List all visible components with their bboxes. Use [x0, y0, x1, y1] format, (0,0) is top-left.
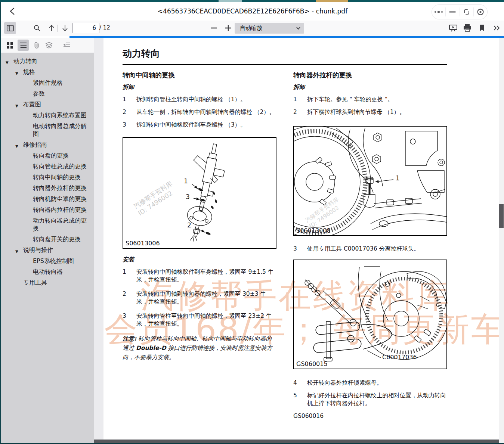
presentation-mode-button[interactable] [447, 22, 459, 34]
target-icon [476, 8, 485, 16]
horizontal-scrollbar-thumb[interactable] [94, 440, 499, 443]
outline-view-button[interactable] [18, 40, 29, 51]
outline-item-label: 转向器外拉杆的更换 [33, 184, 87, 192]
outline-item[interactable]: ▼ 紧固件规格 [1, 77, 94, 88]
outline-item[interactable]: ▼ 参数 [1, 88, 94, 99]
procedure-step: 2 安装转向中间轴到转向器的螺栓，紧固至 30±3 牛米，并检查扭矩。 [123, 290, 277, 306]
left-column: 转向中间轴的更换 拆卸 1 拆卸转向管柱至转向中间轴的螺栓 （1）。 2 从车轮… [123, 71, 277, 362]
target-button[interactable] [473, 7, 487, 16]
procedure-step: 5 标记好外拉杆在内拉杆螺纹上的相对位置，从动力转向机上拧下转向器外拉杆。 [293, 392, 448, 407]
step-number: 2 [123, 108, 136, 116]
outline-item[interactable]: ▼ 维修指南 [1, 139, 94, 150]
callout-2: 2 [187, 221, 191, 229]
outline-item-label: 参数 [33, 90, 45, 97]
expand-arrow-icon[interactable]: ▼ [6, 59, 9, 66]
outline-item[interactable]: ▼ 规格 [1, 66, 94, 77]
zoom-scale-value: 自动缩放 [240, 25, 262, 31]
outline-item[interactable]: ▼ 说明与操作 [1, 245, 94, 255]
outline-item[interactable]: ▼ 转向中间轴的更换 [1, 172, 94, 183]
step-number: 2 [123, 290, 136, 306]
outline-item-label: 电动转向器总成分解图 [33, 122, 92, 138]
procedure-step: 3 拆卸转向中间轴橡胶件到车身螺栓 （3）。 [123, 121, 277, 129]
steering-column-diagram [123, 138, 276, 248]
next-page-button[interactable] [59, 22, 71, 34]
search-icon [33, 24, 41, 32]
previous-page-button[interactable] [46, 22, 58, 34]
layers-view-button[interactable] [43, 40, 55, 51]
arrow-up-icon [48, 24, 55, 32]
document-title: <46563736CEACD0DECAD6B2E12E626F6F6B> - c… [1, 2, 504, 21]
figure-label: S06013006 [126, 240, 160, 247]
outline-item-label: 动力转向系统布置图 [33, 111, 87, 119]
expand-arrow-icon[interactable]: ▼ [15, 248, 18, 255]
thumbnails-view-button[interactable] [4, 40, 15, 51]
outline-item[interactable]: ▼ 电动转向器 [1, 266, 94, 277]
outline-item[interactable]: ▼ 动力转向 [1, 56, 94, 66]
zoom-out-button[interactable] [208, 22, 220, 34]
current-outline-item-icon [63, 42, 70, 48]
print-button[interactable] [461, 22, 473, 34]
presentation-icon [449, 24, 457, 32]
find-button[interactable] [31, 22, 43, 34]
step-number: 1 [293, 96, 307, 103]
procedure-step: 1 安装转向中间轴橡胶件到车身螺栓，紧固至 9±1.5 牛米，并检查扭矩。 [123, 268, 277, 284]
outline-item[interactable]: ▼ 转向机防尘罩的更换 [1, 193, 94, 204]
outline-item[interactable]: ▼ 转向盘的更换 [1, 150, 94, 161]
vertical-scrollbar[interactable] [499, 38, 504, 440]
minus-icon [211, 27, 217, 29]
horizontal-scrollbar[interactable] [94, 440, 504, 443]
outline-item[interactable]: ▼ 转向管柱总成的更换 [1, 161, 94, 172]
expand-arrow-icon[interactable]: ▼ [15, 69, 18, 77]
expand-arrow-icon[interactable]: ▼ [15, 102, 18, 110]
outline-item[interactable]: ▼ 专用工具 [1, 277, 94, 288]
step-text: 从车轮一侧，拆卸转向中间轴到转向器的螺栓 （2）。 [136, 108, 277, 116]
loading-progress-bar [69, 36, 504, 38]
zoom-in-button[interactable] [222, 22, 234, 34]
step-text: 使用专用工具 C00017036 分离拉杆球头。 [307, 245, 448, 253]
bookmark-icon [479, 24, 485, 32]
outline-item-label: 转向中间轴的更换 [33, 173, 81, 181]
procedure-step: 2 拆下横拉杆球头到转向节螺母 （1）。 [293, 108, 448, 116]
callout-3: 3 [186, 193, 190, 201]
more-tools-button[interactable] [491, 22, 503, 34]
sidebar-resizer[interactable] [94, 38, 94, 443]
page-number-input[interactable] [72, 23, 99, 33]
step-text: 标记好外拉杆在内拉杆螺纹上的相对位置，从动力转向机上拧下转向器外拉杆。 [307, 392, 448, 407]
expand-arrow-icon[interactable]: ▼ [15, 142, 18, 150]
outline-item[interactable]: ▼ 转向盘开关的更换 [1, 234, 94, 245]
outline-item[interactable]: ▼ 动力转向系统布置图 [1, 110, 94, 121]
current-outline-item-button[interactable] [61, 40, 72, 51]
window-left-edge [0, 2, 1, 444]
note-label: 注意: [123, 335, 136, 342]
removal-subheading: 拆卸 [123, 83, 277, 91]
attachments-view-button[interactable] [31, 40, 42, 51]
plus-icon [225, 25, 231, 31]
step-text: 拆下横拉杆球头到转向节螺母 （1）。 [307, 108, 448, 116]
figure-ball-joint-separator: C00017036 GS060015 [293, 260, 447, 369]
outline-item-label: 转向管柱总成的更换 [33, 162, 87, 170]
toggle-sidebar-button[interactable] [4, 22, 16, 34]
minimize-icon [449, 11, 456, 13]
outline-item[interactable]: ▼ 转向器内拉杆的更换 [1, 204, 94, 215]
more-options-button[interactable] [432, 7, 445, 16]
zoom-scale-select[interactable]: 自动缩放 [235, 23, 304, 34]
vertical-scrollbar-thumb[interactable] [499, 204, 504, 228]
outline-item[interactable]: ▼ EPS系统控制图 [1, 255, 94, 266]
outline-item[interactable]: ▼ 动力转向器总成的更换 [1, 215, 94, 234]
outline-item[interactable]: ▼ 转向器外拉杆的更换 [1, 183, 94, 193]
chevron-down-icon [296, 26, 301, 31]
step-text: 安装转向中间轴到转向器的螺栓，紧固至 30±3 牛米，并检查扭矩。 [136, 290, 277, 306]
procedure-step: 1 拆卸转向管柱至转向中间轴的螺栓 （1）。 [123, 96, 277, 103]
outline-item[interactable]: ▼ 电动转向器总成分解图 [1, 121, 94, 139]
install-subheading: 安装 [123, 256, 277, 264]
restore-button[interactable] [460, 7, 473, 16]
removal-subheading: 拆卸 [293, 83, 448, 91]
knuckle-diagram [294, 127, 446, 235]
restore-icon [463, 8, 470, 16]
outline-item[interactable]: ▼ 布置图 [1, 99, 94, 110]
outline-item-label: 电动转向器 [33, 268, 63, 276]
bookmark-button[interactable] [476, 22, 488, 34]
printer-icon [463, 24, 471, 32]
procedure-step: 3 使用专用工具 C00017036 分离拉杆球头。 [293, 245, 448, 253]
minimize-button[interactable] [445, 7, 459, 16]
